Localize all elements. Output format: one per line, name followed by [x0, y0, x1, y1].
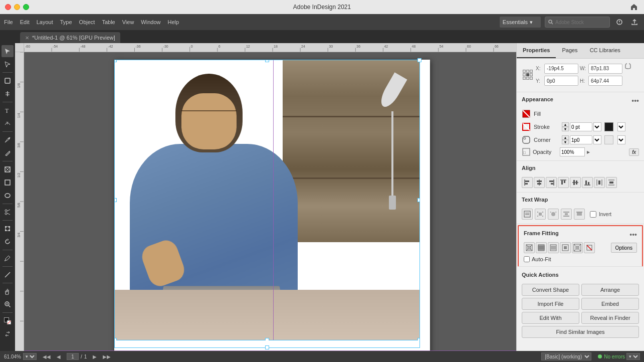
handle-tm[interactable]	[265, 60, 269, 62]
align-right-btn[interactable]	[546, 177, 557, 188]
fx-button[interactable]: fx	[629, 148, 639, 156]
menu-help[interactable]: Help	[167, 19, 179, 25]
menu-object[interactable]: Object	[79, 19, 95, 25]
distribute-h-btn[interactable]	[594, 177, 605, 188]
arrange-btn[interactable]: Arrange	[581, 284, 639, 296]
rectangle-tool[interactable]	[2, 176, 14, 189]
clear-frame-fitting-btn[interactable]	[584, 242, 595, 253]
convert-shape-btn[interactable]: Convert Shape	[522, 284, 579, 296]
wrap-next-col-btn[interactable]	[574, 209, 585, 220]
stroke-up[interactable]: ▲	[562, 122, 569, 127]
handle-ml[interactable]	[114, 198, 117, 202]
opacity-expand[interactable]: ▶	[587, 150, 590, 154]
fill-icon[interactable]	[522, 109, 531, 118]
wrap-jump-btn[interactable]	[561, 209, 572, 220]
y-input[interactable]	[544, 76, 578, 86]
appearance-more[interactable]: •••	[631, 97, 639, 105]
handle-tl[interactable]	[114, 60, 117, 62]
corner-shape-swatch[interactable]	[604, 135, 613, 144]
page-input[interactable]	[67, 353, 79, 360]
notification-icon[interactable]	[614, 17, 625, 28]
ellipse-tool[interactable]	[2, 190, 14, 202]
menu-table[interactable]: Table	[102, 19, 115, 25]
prev-spread-btn[interactable]: ◀◀	[43, 354, 51, 359]
corner-stepper[interactable]: ▲ ▼	[562, 135, 569, 144]
fit-content-proportionally-btn[interactable]	[548, 242, 559, 253]
scissors-tool[interactable]	[2, 206, 14, 218]
align-top-btn[interactable]	[558, 177, 569, 188]
stroke-stepper[interactable]: ▲ ▼	[562, 122, 569, 131]
next-spread-btn[interactable]: ▶▶	[103, 354, 111, 359]
gap-tool[interactable]	[2, 88, 14, 100]
page-tool[interactable]	[2, 75, 14, 87]
handle-br[interactable]	[417, 338, 420, 340]
stroke-type-select[interactable]: ▾	[593, 122, 601, 131]
edit-with-btn[interactable]: Edit With	[522, 312, 579, 324]
stroke-value-input[interactable]	[570, 122, 592, 131]
hand-tool[interactable]	[2, 285, 14, 297]
x-input[interactable]	[544, 64, 578, 74]
invert-checkbox[interactable]	[590, 211, 596, 218]
error-dropdown[interactable]: ▾	[626, 353, 640, 360]
fitting-options-btn[interactable]: Options	[611, 243, 637, 253]
align-center-h-btn[interactable]	[534, 177, 545, 188]
wrap-bounding-btn[interactable]	[535, 209, 546, 220]
align-middle-v-btn[interactable]	[570, 177, 581, 188]
wrap-none-btn[interactable]	[522, 209, 533, 220]
h-input[interactable]	[588, 76, 622, 86]
pen-tool[interactable]	[2, 134, 14, 146]
free-transform-tool[interactable]	[2, 223, 14, 235]
handle-tr[interactable]	[417, 60, 420, 62]
find-similar-btn[interactable]: Find Similar Images	[522, 326, 639, 338]
rectangle-frame-tool[interactable]	[2, 163, 14, 175]
style-dropdown[interactable]: [Basic] (working)	[541, 352, 591, 360]
menu-layout[interactable]: Layout	[37, 19, 53, 25]
corner-down[interactable]: ▼	[562, 140, 569, 144]
corner-value-input[interactable]	[570, 135, 592, 144]
reveal-in-finder-btn[interactable]: Reveal in Finder	[581, 312, 639, 324]
image-frame[interactable]	[114, 60, 420, 340]
corner-shape-select[interactable]: ▾	[617, 135, 625, 144]
menu-view[interactable]: View	[122, 19, 134, 25]
handle-bl[interactable]	[114, 338, 117, 340]
handle-mr[interactable]	[417, 198, 420, 202]
select-tool[interactable]	[2, 45, 14, 57]
frame-fitting-more[interactable]: •••	[629, 231, 637, 239]
tab-cc-libraries[interactable]: CC Libraries	[584, 43, 626, 58]
menu-edit[interactable]: Edit	[20, 19, 30, 25]
distribute-v-btn[interactable]	[606, 177, 617, 188]
pencil-tool[interactable]	[2, 147, 14, 159]
corner-up[interactable]: ▲	[562, 135, 569, 140]
fit-frame-to-content-btn[interactable]	[572, 242, 583, 253]
center-content-btn[interactable]	[560, 242, 571, 253]
corner-icon[interactable]	[522, 135, 531, 144]
opacity-input[interactable]	[560, 147, 585, 156]
menu-window[interactable]: Window	[141, 19, 160, 25]
autofit-checkbox[interactable]	[524, 256, 530, 262]
rotate-tool[interactable]	[2, 236, 14, 248]
menu-file[interactable]: File	[4, 19, 13, 25]
workspace-dropdown[interactable]: Essentials ▾	[500, 17, 541, 28]
wrap-shape-btn[interactable]	[548, 209, 559, 220]
w-input[interactable]	[588, 64, 622, 74]
link-proportions-icon[interactable]	[625, 63, 631, 74]
document-tab[interactable]: ✕ *Untitled-1 @ 61% [GPU Preview]	[20, 32, 120, 43]
stroke-down[interactable]: ▼	[562, 127, 569, 131]
fill-frame-proportionally-btn[interactable]	[536, 242, 547, 253]
home-icon[interactable]	[629, 2, 639, 12]
fit-content-to-frame-btn[interactable]	[524, 242, 535, 253]
stroke-icon[interactable]	[522, 122, 531, 131]
prev-page-btn[interactable]: ◀	[57, 354, 61, 359]
handle-bm[interactable]	[265, 338, 269, 340]
stroke-color-swatch[interactable]	[604, 122, 613, 131]
zoom-tool[interactable]	[2, 298, 14, 310]
measure-tool[interactable]	[2, 269, 14, 281]
close-icon[interactable]: ✕	[25, 35, 29, 41]
fill-color[interactable]	[2, 315, 14, 327]
eyedropper-tool[interactable]	[2, 252, 14, 264]
next-page-btn[interactable]: ▶	[93, 354, 97, 359]
adobe-stock-search[interactable]	[555, 20, 600, 25]
canvas-inner[interactable]	[24, 52, 516, 351]
close-button[interactable]	[5, 4, 11, 10]
align-left-btn[interactable]	[522, 177, 533, 188]
